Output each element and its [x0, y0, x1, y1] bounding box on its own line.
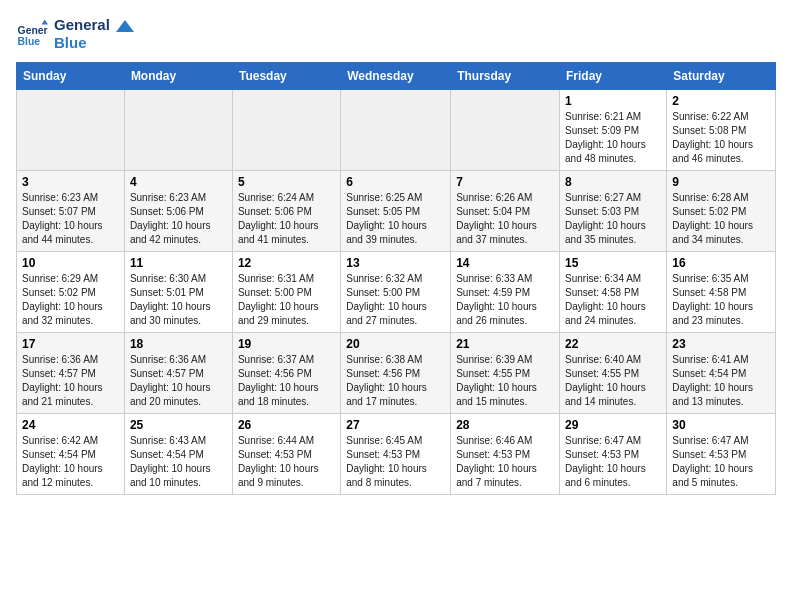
calendar-cell	[17, 90, 125, 171]
day-info: Sunrise: 6:45 AM Sunset: 4:53 PM Dayligh…	[346, 434, 445, 490]
day-number: 1	[565, 94, 661, 108]
day-number: 10	[22, 256, 119, 270]
day-info: Sunrise: 6:35 AM Sunset: 4:58 PM Dayligh…	[672, 272, 770, 328]
calendar-cell: 18Sunrise: 6:36 AM Sunset: 4:57 PM Dayli…	[124, 333, 232, 414]
day-info: Sunrise: 6:47 AM Sunset: 4:53 PM Dayligh…	[672, 434, 770, 490]
day-number: 12	[238, 256, 335, 270]
calendar-cell: 3Sunrise: 6:23 AM Sunset: 5:07 PM Daylig…	[17, 171, 125, 252]
calendar-cell: 13Sunrise: 6:32 AM Sunset: 5:00 PM Dayli…	[341, 252, 451, 333]
day-number: 29	[565, 418, 661, 432]
calendar-cell	[232, 90, 340, 171]
day-number: 25	[130, 418, 227, 432]
calendar-cell: 7Sunrise: 6:26 AM Sunset: 5:04 PM Daylig…	[451, 171, 560, 252]
day-info: Sunrise: 6:27 AM Sunset: 5:03 PM Dayligh…	[565, 191, 661, 247]
day-info: Sunrise: 6:37 AM Sunset: 4:56 PM Dayligh…	[238, 353, 335, 409]
day-info: Sunrise: 6:39 AM Sunset: 4:55 PM Dayligh…	[456, 353, 554, 409]
calendar-cell: 29Sunrise: 6:47 AM Sunset: 4:53 PM Dayli…	[560, 414, 667, 495]
calendar-cell: 2Sunrise: 6:22 AM Sunset: 5:08 PM Daylig…	[667, 90, 776, 171]
calendar-cell	[451, 90, 560, 171]
calendar-cell: 28Sunrise: 6:46 AM Sunset: 4:53 PM Dayli…	[451, 414, 560, 495]
day-number: 23	[672, 337, 770, 351]
day-info: Sunrise: 6:43 AM Sunset: 4:54 PM Dayligh…	[130, 434, 227, 490]
day-info: Sunrise: 6:22 AM Sunset: 5:08 PM Dayligh…	[672, 110, 770, 166]
calendar-cell: 19Sunrise: 6:37 AM Sunset: 4:56 PM Dayli…	[232, 333, 340, 414]
svg-marker-3	[116, 20, 134, 32]
calendar-header-row: SundayMondayTuesdayWednesdayThursdayFrid…	[17, 63, 776, 90]
day-info: Sunrise: 6:34 AM Sunset: 4:58 PM Dayligh…	[565, 272, 661, 328]
day-info: Sunrise: 6:47 AM Sunset: 4:53 PM Dayligh…	[565, 434, 661, 490]
day-info: Sunrise: 6:28 AM Sunset: 5:02 PM Dayligh…	[672, 191, 770, 247]
col-header-tuesday: Tuesday	[232, 63, 340, 90]
col-header-sunday: Sunday	[17, 63, 125, 90]
day-number: 13	[346, 256, 445, 270]
calendar-cell: 6Sunrise: 6:25 AM Sunset: 5:05 PM Daylig…	[341, 171, 451, 252]
day-info: Sunrise: 6:40 AM Sunset: 4:55 PM Dayligh…	[565, 353, 661, 409]
header: General Blue General Blue	[16, 16, 776, 52]
day-number: 3	[22, 175, 119, 189]
day-info: Sunrise: 6:30 AM Sunset: 5:01 PM Dayligh…	[130, 272, 227, 328]
day-number: 16	[672, 256, 770, 270]
calendar-cell: 27Sunrise: 6:45 AM Sunset: 4:53 PM Dayli…	[341, 414, 451, 495]
calendar-cell: 14Sunrise: 6:33 AM Sunset: 4:59 PM Dayli…	[451, 252, 560, 333]
logo-text-general: General	[54, 16, 134, 34]
day-number: 11	[130, 256, 227, 270]
day-info: Sunrise: 6:41 AM Sunset: 4:54 PM Dayligh…	[672, 353, 770, 409]
day-number: 18	[130, 337, 227, 351]
svg-text:Blue: Blue	[18, 36, 41, 47]
calendar-cell: 24Sunrise: 6:42 AM Sunset: 4:54 PM Dayli…	[17, 414, 125, 495]
day-info: Sunrise: 6:36 AM Sunset: 4:57 PM Dayligh…	[22, 353, 119, 409]
day-number: 24	[22, 418, 119, 432]
day-number: 4	[130, 175, 227, 189]
svg-marker-2	[42, 20, 48, 25]
calendar-cell: 9Sunrise: 6:28 AM Sunset: 5:02 PM Daylig…	[667, 171, 776, 252]
day-info: Sunrise: 6:32 AM Sunset: 5:00 PM Dayligh…	[346, 272, 445, 328]
calendar-table: SundayMondayTuesdayWednesdayThursdayFrid…	[16, 62, 776, 495]
day-info: Sunrise: 6:31 AM Sunset: 5:00 PM Dayligh…	[238, 272, 335, 328]
day-number: 9	[672, 175, 770, 189]
day-info: Sunrise: 6:26 AM Sunset: 5:04 PM Dayligh…	[456, 191, 554, 247]
day-number: 7	[456, 175, 554, 189]
day-info: Sunrise: 6:21 AM Sunset: 5:09 PM Dayligh…	[565, 110, 661, 166]
col-header-thursday: Thursday	[451, 63, 560, 90]
calendar-cell: 15Sunrise: 6:34 AM Sunset: 4:58 PM Dayli…	[560, 252, 667, 333]
day-number: 19	[238, 337, 335, 351]
day-number: 17	[22, 337, 119, 351]
day-number: 8	[565, 175, 661, 189]
day-info: Sunrise: 6:24 AM Sunset: 5:06 PM Dayligh…	[238, 191, 335, 247]
calendar-cell: 16Sunrise: 6:35 AM Sunset: 4:58 PM Dayli…	[667, 252, 776, 333]
calendar-cell: 25Sunrise: 6:43 AM Sunset: 4:54 PM Dayli…	[124, 414, 232, 495]
logo: General Blue General Blue	[16, 16, 134, 52]
day-info: Sunrise: 6:46 AM Sunset: 4:53 PM Dayligh…	[456, 434, 554, 490]
day-number: 28	[456, 418, 554, 432]
day-info: Sunrise: 6:36 AM Sunset: 4:57 PM Dayligh…	[130, 353, 227, 409]
day-info: Sunrise: 6:23 AM Sunset: 5:07 PM Dayligh…	[22, 191, 119, 247]
logo-text-blue: Blue	[54, 34, 134, 52]
calendar-week-3: 10Sunrise: 6:29 AM Sunset: 5:02 PM Dayli…	[17, 252, 776, 333]
logo-chevron	[116, 20, 134, 32]
calendar-week-1: 1Sunrise: 6:21 AM Sunset: 5:09 PM Daylig…	[17, 90, 776, 171]
day-number: 14	[456, 256, 554, 270]
calendar-cell: 11Sunrise: 6:30 AM Sunset: 5:01 PM Dayli…	[124, 252, 232, 333]
day-info: Sunrise: 6:25 AM Sunset: 5:05 PM Dayligh…	[346, 191, 445, 247]
day-number: 15	[565, 256, 661, 270]
col-header-wednesday: Wednesday	[341, 63, 451, 90]
day-number: 5	[238, 175, 335, 189]
calendar-week-5: 24Sunrise: 6:42 AM Sunset: 4:54 PM Dayli…	[17, 414, 776, 495]
calendar-cell: 21Sunrise: 6:39 AM Sunset: 4:55 PM Dayli…	[451, 333, 560, 414]
calendar-cell: 17Sunrise: 6:36 AM Sunset: 4:57 PM Dayli…	[17, 333, 125, 414]
day-number: 2	[672, 94, 770, 108]
calendar-cell: 23Sunrise: 6:41 AM Sunset: 4:54 PM Dayli…	[667, 333, 776, 414]
calendar-week-2: 3Sunrise: 6:23 AM Sunset: 5:07 PM Daylig…	[17, 171, 776, 252]
day-number: 22	[565, 337, 661, 351]
page-container: General Blue General Blue SundayMondayTu…	[0, 0, 792, 505]
day-number: 6	[346, 175, 445, 189]
logo-icon: General Blue	[16, 18, 48, 50]
svg-text:General: General	[18, 25, 48, 36]
day-info: Sunrise: 6:44 AM Sunset: 4:53 PM Dayligh…	[238, 434, 335, 490]
day-number: 21	[456, 337, 554, 351]
day-number: 30	[672, 418, 770, 432]
calendar-cell: 10Sunrise: 6:29 AM Sunset: 5:02 PM Dayli…	[17, 252, 125, 333]
calendar-cell: 12Sunrise: 6:31 AM Sunset: 5:00 PM Dayli…	[232, 252, 340, 333]
calendar-cell: 8Sunrise: 6:27 AM Sunset: 5:03 PM Daylig…	[560, 171, 667, 252]
calendar-week-4: 17Sunrise: 6:36 AM Sunset: 4:57 PM Dayli…	[17, 333, 776, 414]
